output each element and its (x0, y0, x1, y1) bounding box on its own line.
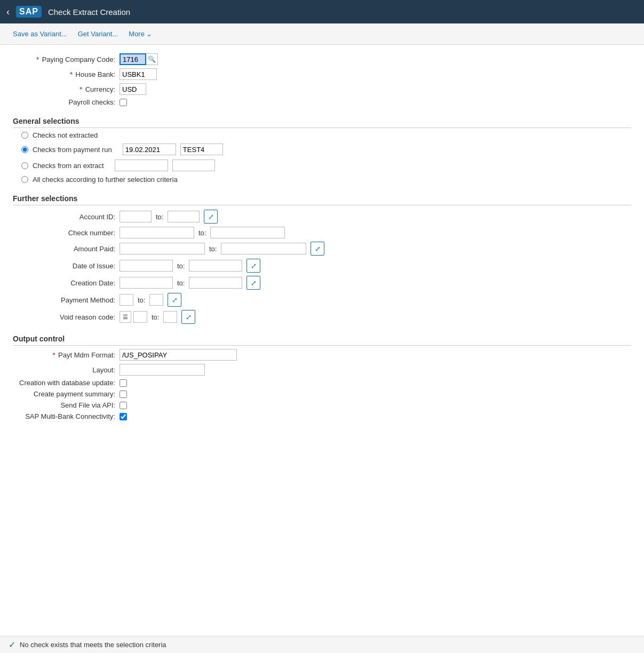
layout-label: Layout: (13, 366, 120, 374)
creation-date-expand-button[interactable]: ⤢ (247, 276, 260, 290)
payroll-checks-checkbox[interactable] (120, 99, 127, 106)
amount-paid-expand-button[interactable]: ⤢ (311, 242, 324, 256)
creation-db-label: Creation with database update: (13, 379, 120, 387)
required-star3: * (79, 85, 82, 93)
toolbar: Save as Variant... Get Variant... More ⌄ (0, 23, 644, 45)
radio-row-all-checks: All checks according to further selectio… (13, 176, 631, 184)
account-id-row: Account ID: to: ⤢ (13, 210, 631, 224)
more-button[interactable]: More ⌄ (124, 28, 156, 40)
amount-paid-from-input[interactable] (120, 243, 205, 254)
paying-company-code-input[interactable] (120, 53, 146, 65)
extract-field2-input[interactable] (172, 160, 215, 171)
output-control: * Payt Mdm Format: Layout: Creation with… (13, 349, 631, 420)
void-reason-code-label: Void reason code: (13, 313, 120, 321)
general-selections: Checks not extracted Checks from payment… (13, 131, 631, 184)
radio-row-from-extract: Checks from an extract (13, 160, 631, 171)
currency-row: * Currency: (13, 83, 631, 95)
void-reason-code-row: Void reason code: ☰ to: ⤢ (13, 310, 631, 324)
house-bank-input[interactable] (120, 68, 157, 80)
radio-payment-run-label: Checks from payment run (33, 146, 112, 154)
radio-row-not-extracted: Checks not extracted (13, 131, 631, 139)
create-payment-summary-checkbox[interactable] (120, 391, 127, 398)
house-bank-row: * House Bank: (13, 68, 631, 80)
void-reason-code-list-button[interactable]: ☰ (120, 311, 131, 323)
payment-run-id-input[interactable] (180, 144, 223, 155)
date-of-issue-from-input[interactable] (120, 260, 173, 272)
creation-db-row: Creation with database update: (13, 379, 631, 387)
sap-multi-bank-row: SAP Multi-Bank Connectivity: (13, 412, 631, 420)
paying-company-code-label: * Paying Company Code: (13, 55, 120, 63)
layout-input[interactable] (120, 364, 205, 376)
void-reason-code-from-input[interactable] (133, 311, 147, 323)
expand-icon4: ⤢ (251, 279, 257, 287)
required-star2: * (70, 70, 73, 78)
required-star: * (36, 55, 39, 63)
expand-icon3: ⤢ (251, 262, 257, 270)
general-selections-header: General selections (13, 117, 631, 128)
payment-method-to-input[interactable] (149, 294, 163, 306)
paying-company-code-search-button[interactable]: 🔍 (146, 53, 158, 65)
extract-field1-input[interactable] (115, 160, 168, 171)
void-reason-code-to-input[interactable] (163, 311, 177, 323)
payment-method-expand-button[interactable]: ⤢ (168, 293, 181, 307)
radio-all-checks[interactable] (21, 176, 28, 183)
account-id-to-input[interactable] (168, 211, 200, 222)
sap-multi-bank-checkbox[interactable] (120, 413, 127, 420)
payroll-checks-row: Payroll checks: (13, 98, 631, 106)
creation-date-from-input[interactable] (120, 277, 173, 289)
send-file-api-checkbox[interactable] (120, 402, 127, 409)
check-number-row: Check number: to: (13, 227, 631, 238)
back-button[interactable]: ‹ (6, 7, 10, 17)
void-reason-code-to-label: to: (152, 313, 159, 321)
expand-icon6: ⤢ (186, 313, 192, 321)
payment-method-label: Payment Method: (13, 296, 120, 304)
date-of-issue-to-label: to: (177, 262, 185, 270)
further-selections-header: Further selections (13, 194, 631, 205)
account-id-expand-button[interactable]: ⤢ (204, 210, 218, 224)
get-variant-button[interactable]: Get Variant... (74, 28, 123, 40)
page-title: Check Extract Creation (48, 7, 130, 17)
account-id-to-label: to: (156, 213, 163, 221)
payroll-checks-label: Payroll checks: (13, 98, 120, 106)
payment-method-row: Payment Method: to: ⤢ (13, 293, 631, 307)
payt-mdm-format-input[interactable] (120, 349, 237, 361)
creation-date-row: Creation Date: to: ⤢ (13, 276, 631, 290)
main-content: * Paying Company Code: 🔍 * House Bank: *… (0, 45, 644, 461)
date-of-issue-expand-button[interactable]: ⤢ (247, 259, 260, 273)
check-number-from-input[interactable] (120, 227, 194, 238)
radio-not-extracted-label: Checks not extracted (33, 131, 98, 139)
date-of-issue-to-input[interactable] (189, 260, 242, 272)
sap-logo: SAP (16, 6, 42, 18)
check-number-label: Check number: (13, 229, 120, 237)
date-of-issue-row: Date of Issue: to: ⤢ (13, 259, 631, 273)
payment-run-date-input[interactable] (123, 144, 176, 155)
payment-method-to-label: to: (138, 296, 145, 304)
currency-input[interactable] (120, 83, 146, 95)
radio-all-checks-label: All checks according to further selectio… (33, 176, 178, 184)
check-number-to-input[interactable] (210, 227, 285, 238)
radio-payment-run[interactable] (21, 146, 28, 153)
radio-not-extracted[interactable] (21, 132, 28, 139)
save-variant-button[interactable]: Save as Variant... (9, 28, 71, 40)
send-file-api-label: Send File via API: (13, 401, 120, 409)
radio-row-payment-run: Checks from payment run (13, 144, 631, 155)
amount-paid-to-input[interactable] (221, 243, 306, 254)
creation-db-checkbox[interactable] (120, 379, 127, 387)
payment-method-from-input[interactable] (120, 294, 133, 306)
further-selections: Account ID: to: ⤢ Check number: to: Amou… (13, 210, 631, 324)
list-icon: ☰ (123, 314, 128, 321)
creation-date-to-input[interactable] (189, 277, 242, 289)
create-payment-summary-row: Create payment summary: (13, 390, 631, 398)
radio-from-extract[interactable] (21, 162, 28, 169)
layout-row: Layout: (13, 364, 631, 376)
account-id-from-input[interactable] (120, 211, 152, 222)
search-icon: 🔍 (148, 55, 156, 63)
expand-icon: ⤢ (208, 213, 214, 221)
send-file-api-row: Send File via API: (13, 401, 631, 409)
create-payment-summary-label: Create payment summary: (13, 390, 120, 398)
sap-multi-bank-label: SAP Multi-Bank Connectivity: (13, 412, 120, 420)
void-reason-code-expand-button[interactable]: ⤢ (181, 310, 195, 324)
radio-from-extract-label: Checks from an extract (33, 162, 104, 170)
required-star4: * (52, 351, 55, 359)
currency-label: * Currency: (13, 85, 120, 93)
